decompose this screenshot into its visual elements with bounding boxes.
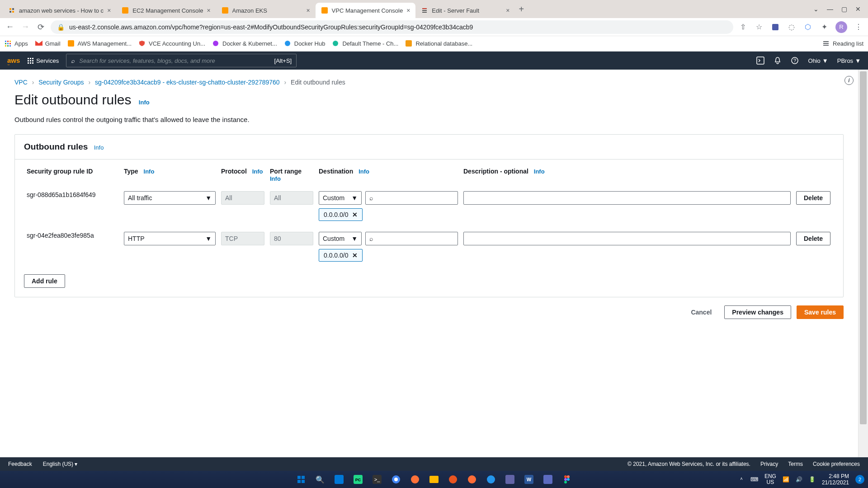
bookmark-aws[interactable]: AWS Management... [68, 40, 132, 47]
type-select[interactable]: All traffic▼ [124, 191, 216, 205]
destination-mode-select[interactable]: Custom▼ [319, 191, 362, 205]
account-menu[interactable]: PBros ▼ [837, 57, 861, 64]
word-icon[interactable]: W [521, 473, 537, 486]
cloudshell-icon[interactable] [756, 56, 764, 65]
battery-icon[interactable]: 🔋 [809, 476, 816, 483]
chrome-icon[interactable] [388, 473, 404, 486]
description-input[interactable] [463, 191, 791, 205]
extension-icon[interactable] [770, 22, 780, 32]
minimize-icon[interactable]: — [827, 5, 833, 13]
firefox-icon[interactable] [407, 473, 423, 486]
start-button[interactable] [293, 473, 309, 486]
ubuntu-icon[interactable] [445, 473, 461, 486]
type-select[interactable]: HTTP▼ [124, 232, 216, 245]
destination-search[interactable]: ⌕ [365, 232, 458, 245]
privacy-link[interactable]: Privacy [760, 461, 778, 467]
vscode-icon[interactable] [331, 473, 347, 486]
bookmark-theme[interactable]: Default Theme - Ch... [332, 40, 398, 47]
help-icon[interactable]: ? [791, 56, 799, 65]
close-icon[interactable]: × [107, 7, 111, 14]
apps-shortcut[interactable]: Apps [5, 40, 28, 47]
browser-tab-active[interactable]: VPC Management Console × [316, 3, 416, 18]
search-button[interactable]: 🔍 [312, 473, 328, 486]
info-link[interactable]: Info [144, 168, 155, 175]
feedback-link[interactable]: Feedback [8, 461, 32, 467]
maximize-icon[interactable]: ▢ [841, 5, 847, 13]
figma-icon[interactable] [559, 473, 575, 486]
keyboard-icon[interactable]: ⌨ [750, 476, 758, 483]
info-link[interactable]: Info [139, 99, 150, 106]
language-selector[interactable]: English (US) ▾ [43, 461, 78, 467]
app-icon[interactable] [540, 473, 556, 486]
remove-tag-icon[interactable]: ✕ [352, 211, 358, 218]
close-icon[interactable]: × [306, 7, 310, 14]
cancel-button[interactable]: Cancel [684, 305, 719, 319]
region-selector[interactable]: Ohio ▼ [808, 57, 828, 64]
chevron-down-icon[interactable]: ⌄ [813, 5, 819, 13]
terms-link[interactable]: Terms [788, 461, 803, 467]
forward-button[interactable]: → [20, 22, 31, 32]
pycharm-icon[interactable]: PC [350, 473, 366, 486]
close-icon[interactable]: × [506, 7, 509, 14]
info-panel-toggle[interactable]: i [844, 76, 854, 85]
aws-logo[interactable]: aws ⌣ [7, 56, 20, 65]
reload-button[interactable]: ⟳ [35, 22, 46, 32]
scrollbar[interactable] [858, 70, 868, 462]
notifications-icon[interactable] [774, 56, 782, 65]
browser-tab[interactable]: EC2 Management Console × [116, 3, 216, 18]
back-button[interactable]: ← [5, 22, 15, 32]
breadcrumb-sg-id[interactable]: sg-04209fce3b34cacb9 - eks-cluster-sg-ch… [95, 79, 280, 86]
menu-icon[interactable]: ⋮ [854, 22, 863, 32]
bookmark-gmail[interactable]: Gmail [35, 40, 61, 47]
close-icon[interactable]: × [406, 7, 410, 14]
explorer-icon[interactable] [426, 473, 442, 486]
bookmark-docker-k8s[interactable]: Docker & Kubernet... [212, 40, 277, 47]
breadcrumb-vpc[interactable]: VPC [14, 79, 28, 86]
destination-search[interactable]: ⌕ [365, 191, 458, 205]
scrollbar-thumb[interactable] [860, 71, 867, 424]
profile-avatar[interactable]: R [835, 21, 847, 33]
browser-tab[interactable]: amazon web services - How to c × [3, 3, 116, 18]
browser-tab[interactable]: Edit - Server Fault × [415, 3, 515, 18]
services-menu[interactable]: Services [27, 57, 59, 64]
notification-badge[interactable]: 2 [855, 475, 864, 484]
info-link[interactable]: Info [252, 168, 263, 175]
bookmark-dockerhub[interactable]: Docker Hub [284, 40, 326, 47]
remove-tag-icon[interactable]: ✕ [352, 252, 358, 259]
url-bar[interactable]: 🔒 us-east-2.console.aws.amazon.com/vpc/h… [51, 20, 733, 34]
reading-list[interactable]: Reading list [823, 40, 863, 47]
terminal-icon[interactable]: >_ [369, 473, 385, 486]
tray-overflow-icon[interactable]: ＾ [739, 476, 744, 483]
info-link[interactable]: Info [270, 175, 281, 182]
breadcrumb-security-groups[interactable]: Security Groups [38, 79, 84, 86]
info-link[interactable]: Info [94, 144, 104, 151]
docker-icon[interactable] [483, 473, 499, 486]
delete-button[interactable]: Delete [796, 191, 830, 205]
extension-icon[interactable]: ⬡ [803, 22, 813, 32]
info-link[interactable]: Info [359, 168, 369, 175]
browser-tab[interactable]: Amazon EKS × [216, 3, 316, 18]
star-icon[interactable]: ☆ [754, 22, 764, 32]
delete-button[interactable]: Delete [796, 232, 830, 245]
destination-mode-select[interactable]: Custom▼ [319, 232, 362, 245]
bookmark-vce[interactable]: VCE Accounting Un... [139, 40, 205, 47]
description-input[interactable] [463, 232, 791, 245]
extension-icon[interactable]: ◌ [787, 22, 797, 32]
clock[interactable]: 2:48 PM21/12/2021 [822, 473, 849, 486]
postman-icon[interactable] [464, 473, 480, 486]
info-link[interactable]: Info [534, 168, 545, 175]
add-rule-button[interactable]: Add rule [24, 274, 65, 288]
preview-changes-button[interactable]: Preview changes [724, 305, 791, 319]
volume-icon[interactable]: 🔊 [796, 476, 802, 483]
close-icon[interactable]: × [207, 7, 210, 14]
bookmark-reldb[interactable]: Relational database... [406, 40, 472, 47]
close-window-icon[interactable]: ✕ [855, 5, 861, 13]
language-indicator[interactable]: ENGUS [764, 474, 776, 485]
extensions-icon[interactable]: ✦ [819, 22, 829, 32]
teams-icon[interactable] [502, 473, 518, 486]
share-icon[interactable]: ⇧ [738, 22, 748, 32]
save-rules-button[interactable]: Save rules [797, 305, 844, 319]
cookie-preferences-link[interactable]: Cookie preferences [813, 461, 860, 467]
new-tab-button[interactable]: + [515, 4, 528, 14]
wifi-icon[interactable]: 📶 [783, 476, 789, 483]
